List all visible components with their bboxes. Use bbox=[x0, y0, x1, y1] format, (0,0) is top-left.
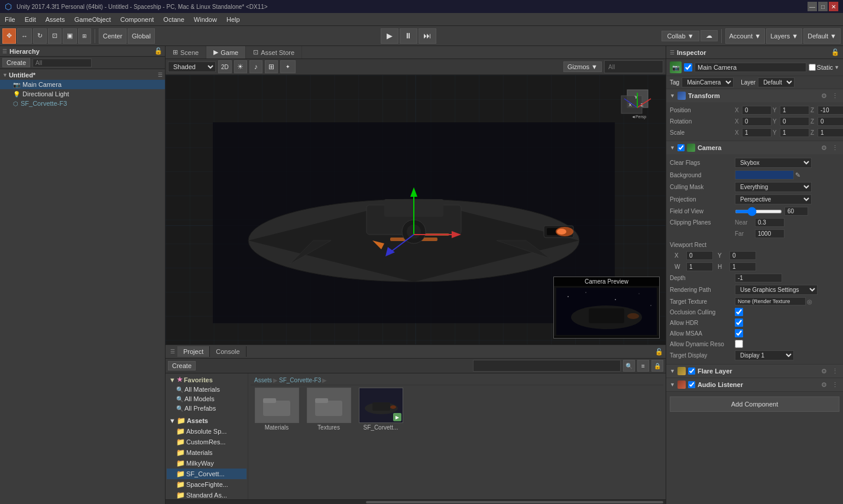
assets-group[interactable]: ▼ 📁 Assets bbox=[167, 415, 247, 426]
flare-layer-enabled[interactable] bbox=[688, 368, 695, 375]
depth-input[interactable] bbox=[735, 274, 782, 282]
account-button[interactable]: Account ▼ bbox=[725, 28, 766, 44]
menu-edit[interactable]: Edit bbox=[20, 15, 41, 24]
allow-msaa-checkbox[interactable] bbox=[735, 329, 743, 337]
all-prefabs-item[interactable]: 🔍 All Prefabs bbox=[167, 404, 247, 413]
milkyway-item[interactable]: 📁 MilkyWay bbox=[167, 458, 247, 469]
breadcrumb-sf-corvette[interactable]: SF_Corvette-F3 bbox=[279, 377, 321, 383]
occlusion-culling-checkbox[interactable] bbox=[735, 308, 743, 316]
viewport-y-input[interactable] bbox=[729, 251, 756, 260]
menu-assets[interactable]: Assets bbox=[41, 15, 70, 24]
transform-header[interactable]: ▼ Transform ⚙ ⋮ bbox=[666, 89, 843, 102]
allow-dynamic-reso-checkbox[interactable] bbox=[735, 340, 743, 348]
project-search-icon-btn[interactable]: 🔍 bbox=[623, 360, 635, 372]
scale-y-input[interactable] bbox=[780, 128, 809, 137]
global-button[interactable]: Global bbox=[128, 28, 155, 44]
all-materials-item[interactable]: 🔍 All Materials bbox=[167, 385, 247, 394]
add-component-button[interactable]: Add Component bbox=[670, 396, 839, 412]
viewport-h-input[interactable] bbox=[729, 262, 756, 271]
all-models-item[interactable]: 🔍 All Models bbox=[167, 394, 247, 404]
fx-toggle[interactable]: ✦ bbox=[280, 60, 296, 73]
play-button[interactable]: ▶ bbox=[381, 28, 398, 44]
transform-context-btn[interactable]: ⋮ bbox=[831, 92, 839, 100]
camera-enabled-checkbox[interactable] bbox=[677, 144, 685, 151]
scene-item[interactable]: ▼ Untitled* ☰ bbox=[0, 70, 165, 80]
menu-gameobject[interactable]: GameObject bbox=[70, 15, 116, 24]
scene-search-input[interactable] bbox=[604, 60, 663, 73]
audio-listener-header[interactable]: ▼ Audio Listener ⚙ ⋮ bbox=[666, 378, 843, 391]
prefab-asset[interactable]: ▶ SF_Corvett... bbox=[357, 388, 404, 431]
scale-tool[interactable]: ⊡ bbox=[48, 28, 61, 44]
materials-asset[interactable]: Materials bbox=[253, 388, 300, 431]
menu-file[interactable]: File bbox=[0, 15, 20, 24]
scene-axis-cube[interactable]: Y X Z ◄Persp bbox=[618, 84, 657, 122]
static-checkbox[interactable] bbox=[809, 64, 816, 71]
rotate-tool[interactable]: ↻ bbox=[33, 28, 47, 44]
project-search-input[interactable] bbox=[473, 360, 621, 372]
absolute-sp-item[interactable]: 📁 Absolute Sp... bbox=[167, 426, 247, 437]
flare-layer-header[interactable]: ▼ Flare Layer ⚙ ⋮ bbox=[666, 365, 843, 378]
2d-button[interactable]: 2D bbox=[218, 60, 232, 73]
gizmos-button[interactable]: Gizmos ▼ bbox=[563, 61, 602, 72]
hierarchy-search-input[interactable] bbox=[33, 58, 92, 67]
target-display-dropdown[interactable]: Display 1 bbox=[735, 350, 794, 360]
project-tab[interactable]: Project bbox=[177, 346, 210, 357]
target-texture-pick-btn[interactable]: ◎ bbox=[807, 298, 812, 305]
layers-button[interactable]: Layers ▼ bbox=[766, 28, 802, 44]
sf-corvett-item[interactable]: 📁 SF_Corvett... bbox=[167, 469, 247, 479]
minimize-button[interactable]: — bbox=[808, 2, 817, 11]
hierarchy-lock[interactable]: 🔓 bbox=[154, 47, 163, 55]
menu-window[interactable]: Window bbox=[189, 15, 222, 24]
far-input[interactable] bbox=[755, 229, 784, 238]
hierarchy-create-button[interactable]: Create bbox=[2, 58, 30, 67]
menu-component[interactable]: Component bbox=[115, 15, 158, 24]
pause-button[interactable]: ⏸ bbox=[400, 28, 417, 44]
maximize-button[interactable]: □ bbox=[818, 2, 828, 11]
pos-y-input[interactable] bbox=[780, 106, 809, 115]
pos-z-input[interactable] bbox=[818, 106, 843, 115]
standard-as-item[interactable]: 📁 Standard As... bbox=[167, 490, 247, 499]
clear-flags-dropdown[interactable]: Skybox bbox=[735, 158, 812, 168]
materials-folder-item[interactable]: 📁 Materials bbox=[167, 447, 247, 458]
center-button[interactable]: Center bbox=[99, 28, 127, 44]
rect-tool[interactable]: ▣ bbox=[63, 28, 77, 44]
transform-tool[interactable]: ⊞ bbox=[78, 28, 91, 44]
game-tab[interactable]: ▶ Game bbox=[206, 46, 246, 58]
breadcrumb-assets[interactable]: Assets bbox=[254, 377, 272, 383]
transform-settings-btn[interactable]: ⚙ bbox=[820, 92, 828, 100]
flare-context-btn[interactable]: ⋮ bbox=[831, 368, 839, 375]
static-dropdown-btn[interactable]: ▼ bbox=[834, 64, 839, 70]
scale-x-input[interactable] bbox=[742, 128, 771, 137]
rot-z-input[interactable] bbox=[818, 117, 843, 126]
audio-context-btn[interactable]: ⋮ bbox=[831, 381, 839, 389]
object-name-input[interactable] bbox=[695, 63, 806, 72]
scene-view[interactable]: Y X Z ◄Persp Camera Preview bbox=[166, 75, 666, 344]
camera-comp-header[interactable]: ▼ Camera ⚙ ⋮ bbox=[666, 141, 843, 154]
corvette-item[interactable]: ⬡ SF_Corvette-F3 bbox=[0, 99, 165, 108]
inspector-lock[interactable]: 🔓 bbox=[831, 48, 839, 56]
tag-dropdown[interactable]: MainCamera bbox=[682, 77, 734, 87]
scale-z-input[interactable] bbox=[818, 128, 843, 137]
background-edit-btn[interactable]: ✎ bbox=[795, 171, 800, 179]
collab-button[interactable]: Collab ▼ bbox=[662, 31, 699, 41]
menu-octane[interactable]: Octane bbox=[158, 15, 189, 24]
textures-asset[interactable]: Textures bbox=[305, 388, 352, 431]
audio-settings-btn[interactable]: ⚙ bbox=[820, 381, 828, 389]
bottom-scrollbar[interactable] bbox=[166, 499, 666, 504]
cloud-button[interactable]: ☁ bbox=[701, 30, 718, 41]
culling-mask-dropdown[interactable]: Everything bbox=[735, 182, 812, 192]
layer-dropdown[interactable]: Default bbox=[758, 77, 795, 87]
fov-input[interactable] bbox=[784, 207, 808, 216]
near-input[interactable] bbox=[755, 218, 784, 227]
close-button[interactable]: ✕ bbox=[829, 2, 838, 11]
pos-x-input[interactable] bbox=[742, 106, 771, 115]
spacefighte-item[interactable]: 📁 SpaceFighte... bbox=[167, 479, 247, 490]
directional-light-item[interactable]: 💡 Directional Light bbox=[0, 89, 165, 99]
console-tab[interactable]: Console bbox=[210, 346, 246, 357]
sound-toggle[interactable]: ♪ bbox=[249, 60, 262, 73]
camera-settings-btn[interactable]: ⚙ bbox=[820, 144, 828, 152]
screen-toggle[interactable]: ⊞ bbox=[265, 60, 278, 73]
scene-tab[interactable]: ⊞ Scene bbox=[166, 46, 206, 58]
flare-settings-btn[interactable]: ⚙ bbox=[820, 368, 828, 375]
layout-button[interactable]: Default ▼ bbox=[803, 28, 841, 44]
